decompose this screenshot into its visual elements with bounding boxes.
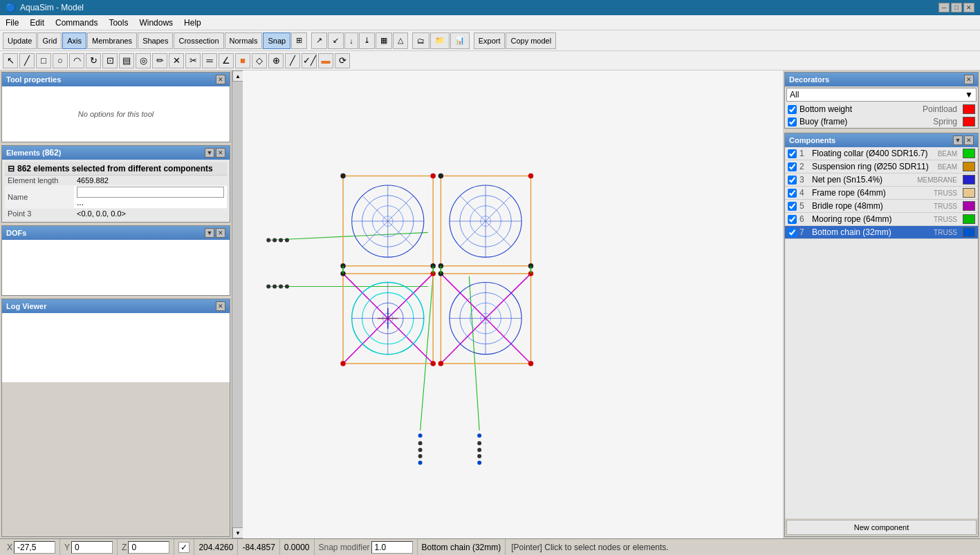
- menu-commands[interactable]: Commands: [50, 17, 103, 29]
- tb-grid2[interactable]: ⊞: [291, 32, 307, 49]
- status-y-value: 0: [71, 541, 113, 554]
- component-4-check[interactable]: [788, 189, 797, 198]
- elements-header: Elements (862) ▼ ✕: [2, 146, 230, 160]
- tool-pattern[interactable]: ▤: [119, 53, 134, 68]
- minimize-button[interactable]: ─: [939, 3, 950, 12]
- tool-orange-rect[interactable]: ▬: [318, 53, 333, 68]
- tb-export[interactable]: Export: [474, 32, 506, 49]
- tool-plus-circ[interactable]: ⊕: [268, 53, 284, 68]
- tool-equal[interactable]: ═: [202, 53, 217, 68]
- tool-check-line[interactable]: ✓╱: [302, 53, 317, 68]
- tool-square[interactable]: □: [36, 53, 51, 68]
- viewport[interactable]: [243, 70, 783, 538]
- tool-circle[interactable]: ○: [53, 53, 68, 68]
- tool-scissors[interactable]: ✂: [185, 53, 201, 68]
- tool-diamond[interactable]: ◇: [252, 53, 267, 68]
- svg-point-46: [528, 173, 533, 178]
- component-item-3[interactable]: 3 Net pen (Sn15.4%) MEMBRANE: [785, 173, 978, 187]
- menu-file[interactable]: File: [0, 17, 24, 29]
- component-7-color: [963, 227, 975, 237]
- menu-tools[interactable]: Tools: [103, 17, 133, 29]
- component-6-check[interactable]: [788, 215, 797, 224]
- tb-open1[interactable]: 🗂: [412, 32, 429, 49]
- tb-membranes[interactable]: Membranes: [87, 32, 137, 49]
- scroll-thumb[interactable]: [232, 82, 243, 527]
- tool-grid-check[interactable]: ⊡: [102, 53, 118, 68]
- tool-slash-line[interactable]: ╱: [285, 53, 300, 68]
- component-3-check[interactable]: [788, 176, 797, 185]
- svg-point-9: [266, 284, 270, 288]
- tb-grid[interactable]: Grid: [37, 32, 62, 49]
- components-close[interactable]: ✕: [964, 135, 974, 145]
- components-dropdown[interactable]: ▼: [953, 135, 963, 145]
- scroll-up-button[interactable]: ▲: [232, 70, 243, 82]
- elements-dropdown[interactable]: ▼: [205, 148, 214, 158]
- log-viewer-close[interactable]: ✕: [216, 301, 225, 311]
- tb-grid3[interactable]: ▦: [376, 32, 392, 49]
- tool-properties-content: No options for this tool: [2, 86, 230, 142]
- component-item-1[interactable]: 1 Floating collar (Ø400 SDR16.7) BEAM: [785, 147, 978, 160]
- dropdown-arrow-icon: ▼: [965, 90, 973, 100]
- menu-windows[interactable]: Windows: [133, 17, 178, 29]
- tool-x[interactable]: ✕: [169, 53, 184, 68]
- tb-crossection[interactable]: Crossection: [174, 32, 223, 49]
- tb-update[interactable]: Update: [3, 32, 37, 49]
- tool-line[interactable]: ╱: [19, 53, 35, 68]
- tb-shapes[interactable]: Shapes: [138, 32, 173, 49]
- elem-name-input[interactable]: [77, 187, 224, 198]
- tb-arrow1[interactable]: ↗: [311, 32, 327, 49]
- status-coord3-field: 0.0000: [280, 539, 315, 555]
- component-6-color: [963, 214, 975, 224]
- decorator-buoy-frame-check[interactable]: [788, 117, 797, 126]
- tb-axis[interactable]: Axis: [62, 32, 86, 49]
- tb-open2[interactable]: 📁: [430, 32, 450, 49]
- new-component-button[interactable]: New component: [786, 520, 977, 535]
- tb-normals[interactable]: Normals: [225, 32, 263, 49]
- tool-arc[interactable]: ◠: [69, 53, 84, 68]
- decorators-filter-dropdown[interactable]: All ▼: [786, 88, 977, 102]
- svg-point-80: [528, 361, 533, 366]
- tb-arrow4[interactable]: ⤓: [359, 32, 375, 49]
- tool-angle[interactable]: ∠: [219, 53, 234, 68]
- component-5-check[interactable]: [788, 202, 797, 211]
- close-button[interactable]: ✕: [963, 3, 974, 12]
- tool-rotate[interactable]: ↻: [86, 53, 101, 68]
- component-item-2[interactable]: 2 Suspension ring (Ø250 SDR11) BEAM: [785, 160, 978, 173]
- maximize-button[interactable]: □: [951, 3, 962, 12]
- decorators-close[interactable]: ✕: [964, 75, 974, 84]
- component-item-5[interactable]: 5 Bridle rope (48mm) TRUSS: [785, 200, 978, 213]
- component-2-check[interactable]: [788, 162, 797, 171]
- scroll-down-button[interactable]: ▼: [232, 527, 243, 538]
- tool-properties-close[interactable]: ✕: [216, 75, 225, 84]
- status-message: [Pointer] Click to select nodes or eleme…: [506, 543, 977, 552]
- dofs-close[interactable]: ✕: [216, 228, 225, 238]
- tb-arrow3[interactable]: ↓: [344, 32, 358, 49]
- elements-table: Element length 4659.882 Name ... Point 3: [5, 176, 227, 219]
- elements-close[interactable]: ✕: [216, 148, 225, 158]
- tool-orange-sq[interactable]: ■: [235, 53, 250, 68]
- tb-chart[interactable]: 📊: [450, 32, 470, 49]
- tb-copy-model[interactable]: Copy model: [506, 32, 556, 49]
- component-1-check[interactable]: [788, 149, 797, 158]
- svg-point-33: [430, 173, 435, 178]
- elements-controls: ▼ ✕: [205, 148, 225, 158]
- tool-round[interactable]: ◎: [136, 53, 151, 68]
- menu-help[interactable]: Help: [178, 17, 207, 29]
- menu-edit[interactable]: Edit: [24, 17, 50, 29]
- dofs-dropdown[interactable]: ▼: [205, 228, 214, 238]
- tb-arrow2[interactable]: ↙: [328, 32, 344, 49]
- component-item-7[interactable]: 7 Bottom chain (32mm) TRUSS: [785, 226, 978, 239]
- component-item-4[interactable]: 4 Frame rope (64mm) TRUSS: [785, 187, 978, 200]
- decorator-bottom-weight: Bottom weight Pointload: [785, 103, 978, 115]
- tb-tri[interactable]: △: [393, 32, 408, 49]
- components-title: Components: [789, 136, 835, 144]
- tb-snap[interactable]: Snap: [263, 32, 290, 49]
- decorator-bottom-weight-check[interactable]: [788, 105, 797, 114]
- component-7-check[interactable]: [788, 228, 797, 237]
- visualization-canvas: [243, 70, 783, 538]
- status-x-label: X: [7, 543, 12, 552]
- tool-pencil[interactable]: ✏: [152, 53, 167, 68]
- tool-loop[interactable]: ⟳: [335, 53, 350, 68]
- component-item-6[interactable]: 6 Mooring rope (64mm) TRUSS: [785, 213, 978, 226]
- tool-pointer[interactable]: ↖: [3, 53, 18, 68]
